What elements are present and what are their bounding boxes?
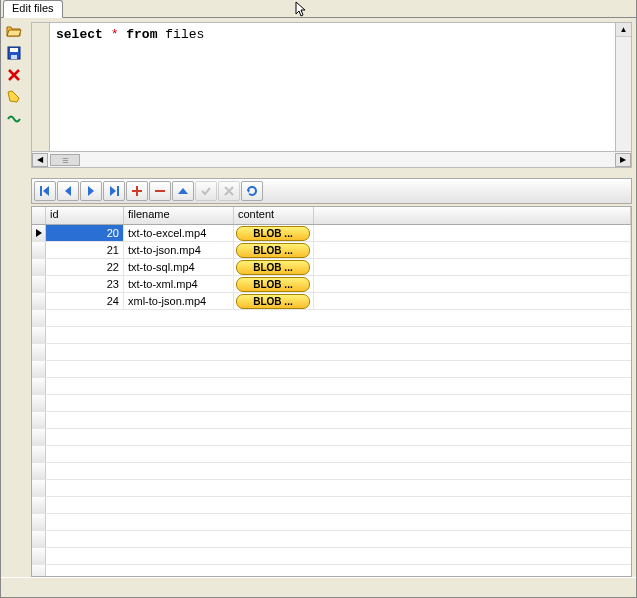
col-indicator	[32, 207, 46, 224]
row-indicator	[32, 242, 46, 258]
svg-rect-1	[10, 48, 18, 52]
scroll-left-icon[interactable]: ◀	[32, 153, 48, 167]
svg-rect-11	[155, 190, 165, 192]
row-indicator	[32, 361, 46, 377]
row-indicator	[32, 480, 46, 496]
blob-button[interactable]: BLOB ...	[236, 294, 310, 309]
table-row[interactable]: 23txt-to-xml.mp4BLOB ...	[32, 276, 631, 293]
row-indicator	[32, 327, 46, 343]
tab-bar: Edit files	[1, 0, 636, 18]
row-indicator	[32, 565, 46, 576]
row-indicator	[32, 259, 46, 275]
empty-row	[32, 463, 631, 480]
col-filename-header[interactable]: filename	[124, 207, 234, 224]
cell-filename[interactable]: txt-to-xml.mp4	[124, 276, 234, 292]
row-indicator	[32, 276, 46, 292]
empty-row	[32, 395, 631, 412]
row-indicator	[32, 412, 46, 428]
cell-id[interactable]: 21	[46, 242, 124, 258]
empty-row	[32, 344, 631, 361]
delete-icon[interactable]	[4, 66, 24, 84]
nav-prev[interactable]	[57, 181, 79, 201]
svg-marker-12	[178, 188, 188, 194]
cell-content: BLOB ...	[234, 225, 314, 241]
nav-post	[195, 181, 217, 201]
row-indicator	[32, 293, 46, 309]
svg-rect-3	[40, 186, 42, 196]
nav-refresh[interactable]	[241, 181, 263, 201]
current-row-icon	[36, 229, 42, 237]
row-indicator	[32, 344, 46, 360]
scroll-thumb[interactable]: ≡	[50, 154, 80, 166]
row-indicator	[32, 514, 46, 530]
empty-row	[32, 378, 631, 395]
empty-row	[32, 531, 631, 548]
empty-row	[32, 327, 631, 344]
cell-rest	[314, 276, 631, 292]
col-content-header[interactable]: content	[234, 207, 314, 224]
cell-rest	[314, 293, 631, 309]
editor-gutter	[31, 22, 49, 152]
cell-content: BLOB ...	[234, 242, 314, 258]
tab-edit-files[interactable]: Edit files	[3, 0, 63, 18]
empty-row	[32, 412, 631, 429]
sql-star: *	[111, 27, 119, 42]
open-icon[interactable]	[4, 22, 24, 40]
table-row[interactable]: 22txt-to-sql.mp4BLOB ...	[32, 259, 631, 276]
cell-filename[interactable]: txt-to-json.mp4	[124, 242, 234, 258]
navigator	[31, 178, 632, 204]
empty-row	[32, 548, 631, 565]
cell-rest	[314, 225, 631, 241]
cell-filename[interactable]: txt-to-sql.mp4	[124, 259, 234, 275]
row-indicator	[32, 225, 46, 241]
sql-text[interactable]: select * from files	[49, 22, 616, 152]
col-rest-header	[314, 207, 631, 224]
scroll-up-icon[interactable]: ▲	[616, 23, 631, 37]
blob-button[interactable]: BLOB ...	[236, 277, 310, 292]
cell-filename[interactable]: xml-to-json.mp4	[124, 293, 234, 309]
cell-content: BLOB ...	[234, 293, 314, 309]
grid-body: 20txt-to-excel.mp4BLOB ...21txt-to-json.…	[32, 225, 631, 576]
empty-row	[32, 480, 631, 497]
cell-rest	[314, 242, 631, 258]
row-indicator	[32, 446, 46, 462]
blob-button[interactable]: BLOB ...	[236, 226, 310, 241]
scroll-right-icon[interactable]: ▶	[615, 153, 631, 167]
cell-content: BLOB ...	[234, 276, 314, 292]
empty-row	[32, 429, 631, 446]
table-row[interactable]: 24xml-to-json.mp4BLOB ...	[32, 293, 631, 310]
svg-rect-7	[117, 186, 119, 196]
empty-row	[32, 497, 631, 514]
svg-marker-8	[110, 186, 116, 196]
cell-id[interactable]: 20	[46, 225, 124, 241]
content: select * from files ▲ ◀ ≡ ▶	[27, 18, 636, 577]
table-row[interactable]: 21txt-to-json.mp4BLOB ...	[32, 242, 631, 259]
cell-id[interactable]: 22	[46, 259, 124, 275]
cell-id[interactable]: 24	[46, 293, 124, 309]
editor-vscroll[interactable]: ▲	[616, 22, 632, 152]
row-indicator	[32, 310, 46, 326]
status-bar	[1, 577, 636, 597]
col-id-header[interactable]: id	[46, 207, 124, 224]
nav-cancel	[218, 181, 240, 201]
nav-next[interactable]	[80, 181, 102, 201]
nav-delete[interactable]	[149, 181, 171, 201]
editor-hscroll[interactable]: ◀ ≡ ▶	[31, 152, 632, 168]
svg-rect-10	[132, 190, 142, 192]
empty-row	[32, 446, 631, 463]
save-icon[interactable]	[4, 44, 24, 62]
row-indicator	[32, 429, 46, 445]
blob-button[interactable]: BLOB ...	[236, 243, 310, 258]
execute-icon[interactable]	[4, 88, 24, 106]
svg-rect-2	[11, 55, 17, 59]
cell-filename[interactable]: txt-to-excel.mp4	[124, 225, 234, 241]
table-row[interactable]: 20txt-to-excel.mp4BLOB ...	[32, 225, 631, 242]
nav-first[interactable]	[34, 181, 56, 201]
plan-icon[interactable]	[4, 110, 24, 128]
empty-row	[32, 514, 631, 531]
blob-button[interactable]: BLOB ...	[236, 260, 310, 275]
nav-last[interactable]	[103, 181, 125, 201]
nav-edit[interactable]	[172, 181, 194, 201]
cell-id[interactable]: 23	[46, 276, 124, 292]
nav-insert[interactable]	[126, 181, 148, 201]
